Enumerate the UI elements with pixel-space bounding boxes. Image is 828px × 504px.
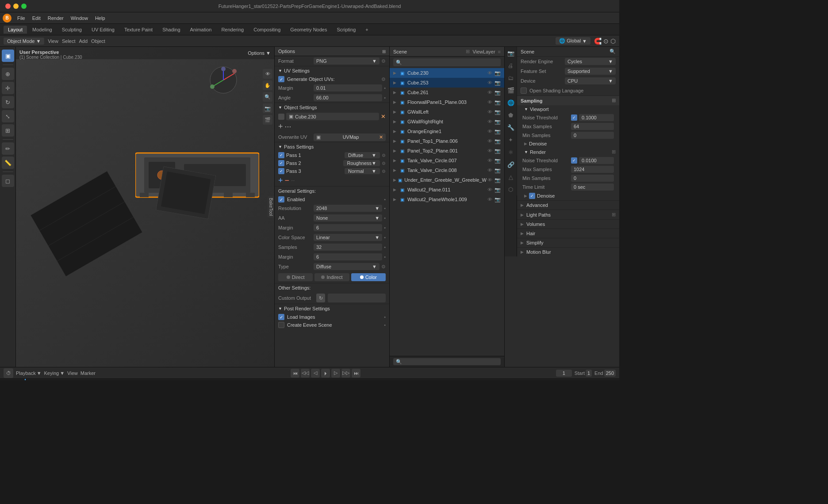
- outliner-filter-btn[interactable]: ≡: [498, 49, 501, 54]
- render-noise-check[interactable]: ✓: [571, 157, 577, 164]
- item-eye-wallcutwhole[interactable]: 👁: [487, 196, 493, 202]
- outliner-item-orangeengine[interactable]: ▶ ▣ OrangeEngine1 👁 📷: [390, 126, 504, 136]
- view-icon[interactable]: 👁: [263, 69, 272, 79]
- outliner-item-tankvalve7[interactable]: ▶ ▣ Tank_Valve_Circle.007 👁 📷: [390, 156, 504, 165]
- add-cube-tool[interactable]: ◻: [2, 175, 14, 187]
- outliner-item-wallcutwhole[interactable]: ▶ ▣ Wallcut2_PlaneWhole1.009 👁 📷: [390, 195, 504, 204]
- gs-margin-input[interactable]: 6: [314, 224, 382, 231]
- close-button[interactable]: [5, 4, 11, 9]
- general-settings-section[interactable]: General Settings:: [275, 186, 389, 195]
- hair-section[interactable]: ▶ Hair: [517, 229, 619, 238]
- render-noise-value[interactable]: 0.0100: [579, 157, 614, 164]
- aa-value[interactable]: None ▼: [314, 214, 382, 221]
- prop-tab-physics[interactable]: ⚛: [505, 146, 517, 158]
- next-keyframe-btn[interactable]: ▷▷: [341, 369, 350, 378]
- item-eye-under[interactable]: 👁: [487, 177, 493, 183]
- sampling-list-icon[interactable]: ⊞: [612, 98, 616, 103]
- item-render-tankvalve7[interactable]: 📷: [494, 157, 501, 164]
- overlay-icon[interactable]: ⬡: [610, 38, 616, 45]
- pass-add-btn[interactable]: +: [278, 176, 283, 185]
- view-menu-tl[interactable]: View: [67, 370, 78, 376]
- render-sub-list[interactable]: ⊞: [612, 149, 616, 155]
- object-name-field[interactable]: ▣ Cube.230: [286, 113, 379, 120]
- item-eye-cube261[interactable]: 👁: [487, 89, 493, 95]
- select-tool[interactable]: ▣: [2, 50, 14, 62]
- object-dots-btn[interactable]: ···: [285, 122, 291, 131]
- item-eye-paneltop2[interactable]: 👁: [487, 148, 493, 154]
- resolution-value[interactable]: 2048 ▼: [314, 205, 382, 212]
- proportional-icon[interactable]: ⊙: [603, 38, 609, 45]
- noise-threshold-check[interactable]: ✓: [571, 115, 577, 121]
- item-eye-tankvalve8[interactable]: 👁: [487, 167, 493, 173]
- pass-3-type[interactable]: Normal ▼: [345, 168, 380, 174]
- item-eye-tankvalve7[interactable]: 👁: [487, 157, 493, 164]
- outliner-item-cube261[interactable]: ▶ ▣ Cube.261 👁 📷: [390, 88, 504, 97]
- pass-1-dots[interactable]: ⚙: [382, 153, 386, 158]
- jump-start-btn[interactable]: ⏮: [291, 369, 299, 378]
- item-render-paneltop2[interactable]: 📷: [494, 148, 501, 154]
- object-check[interactable]: [278, 114, 284, 120]
- select-menu[interactable]: Select: [62, 38, 76, 44]
- overwrite-uv-x[interactable]: ✕: [379, 134, 383, 140]
- item-render-wallcutwhole[interactable]: 📷: [494, 196, 501, 202]
- pass-settings-section[interactable]: ▼ Pass Settings: [275, 142, 389, 151]
- noise-threshold-value[interactable]: 0.1000: [579, 114, 614, 121]
- denoise-subsection[interactable]: ▶ Denoise: [517, 140, 619, 148]
- play-pause-btn[interactable]: ⏵: [321, 369, 330, 378]
- indirect-option[interactable]: Indirect: [314, 273, 349, 281]
- outliner-item-gwallleft[interactable]: ▶ ▣ GWallLeft 👁 📷: [390, 107, 504, 117]
- tab-geometry-nodes[interactable]: Geometry Nodes: [286, 26, 331, 34]
- snap-icon[interactable]: 🧲: [594, 38, 602, 45]
- denoise2-check[interactable]: ✓: [529, 193, 535, 199]
- prop-scene-search[interactable]: 🔍: [610, 49, 616, 54]
- menu-help[interactable]: Help: [92, 15, 108, 22]
- pass-1-checkbox[interactable]: ✓: [278, 152, 284, 158]
- tab-modeling[interactable]: Modeling: [28, 26, 57, 34]
- object-settings-section[interactable]: ▼ Object Settings: [275, 103, 389, 112]
- add-menu[interactable]: Add: [79, 38, 88, 44]
- other-settings-section[interactable]: Other Settings:: [275, 283, 389, 292]
- prop-tab-constraints[interactable]: 🔗: [505, 158, 517, 171]
- prop-tab-viewlayer[interactable]: 🗂: [505, 72, 517, 84]
- transform-tool[interactable]: ⊞: [2, 124, 14, 137]
- menu-edit[interactable]: Edit: [29, 15, 44, 22]
- tab-texture-paint[interactable]: Texture Paint: [120, 26, 157, 34]
- prop-tab-material[interactable]: ⬡: [505, 183, 517, 195]
- uv-margin-input[interactable]: 0.01: [314, 84, 382, 92]
- custom-output-icon[interactable]: ↻: [316, 294, 325, 302]
- item-render-cube230[interactable]: 📷: [494, 70, 501, 76]
- device-value[interactable]: CPU ▼: [565, 77, 616, 84]
- item-render-gwallright[interactable]: 📷: [494, 118, 501, 125]
- item-render-floorwall[interactable]: 📷: [494, 99, 501, 105]
- viewport-options-btn[interactable]: Options ▼: [248, 50, 271, 56]
- format-settings-icon[interactable]: ⚙: [381, 58, 386, 64]
- outliner-item-paneltop1[interactable]: ▶ ▣ Panel_Top1_Plane.006 👁 📷: [390, 136, 504, 146]
- tab-compositing[interactable]: Compositing: [249, 26, 285, 34]
- render-subsection[interactable]: ▼ Render ⊞: [517, 148, 619, 156]
- minimize-button[interactable]: [13, 4, 19, 9]
- enabled-checkbox[interactable]: ✓: [278, 196, 284, 202]
- bake-panel-options-btn[interactable]: ⊞: [382, 49, 386, 54]
- prop-tab-modifier[interactable]: 🔧: [505, 121, 517, 134]
- item-eye-paneltop1[interactable]: 👁: [487, 138, 493, 144]
- item-eye-floorwall[interactable]: 👁: [487, 99, 493, 105]
- simplify-section[interactable]: ▶ Simplify: [517, 238, 619, 247]
- measure-tool[interactable]: 📏: [2, 157, 14, 169]
- cursor-tool[interactable]: ⊕: [2, 68, 14, 80]
- prop-tab-object[interactable]: ⬟: [505, 109, 517, 121]
- item-render-paneltop1[interactable]: 📷: [494, 138, 501, 144]
- gs-margin2-input[interactable]: 6: [314, 253, 382, 260]
- outliner-item-cube253[interactable]: ▶ ▣ Cube.253 👁 📷: [390, 78, 504, 88]
- pass-2-checkbox[interactable]: ✓: [278, 160, 284, 166]
- prop-tab-output[interactable]: 🖨: [505, 59, 517, 72]
- render-max-value[interactable]: 1024: [571, 166, 614, 173]
- outliner-item-gwallright[interactable]: ▶ ▣ GWallRightRight 👁 📷: [390, 117, 504, 126]
- item-eye-wallcut2[interactable]: 👁: [487, 187, 493, 193]
- uv-angle-input[interactable]: 66.00: [314, 94, 382, 101]
- object-mode-dropdown[interactable]: Object Mode ▼: [4, 38, 44, 45]
- pass-more-btn[interactable]: ···: [291, 178, 295, 183]
- scene-view-icon[interactable]: 🎬: [263, 115, 272, 125]
- move-tool[interactable]: ✛: [2, 82, 14, 94]
- overwrite-uv-value[interactable]: ▣ UVMap ✕: [314, 134, 386, 141]
- post-render-section[interactable]: ▼ Post Render Settings: [275, 304, 389, 313]
